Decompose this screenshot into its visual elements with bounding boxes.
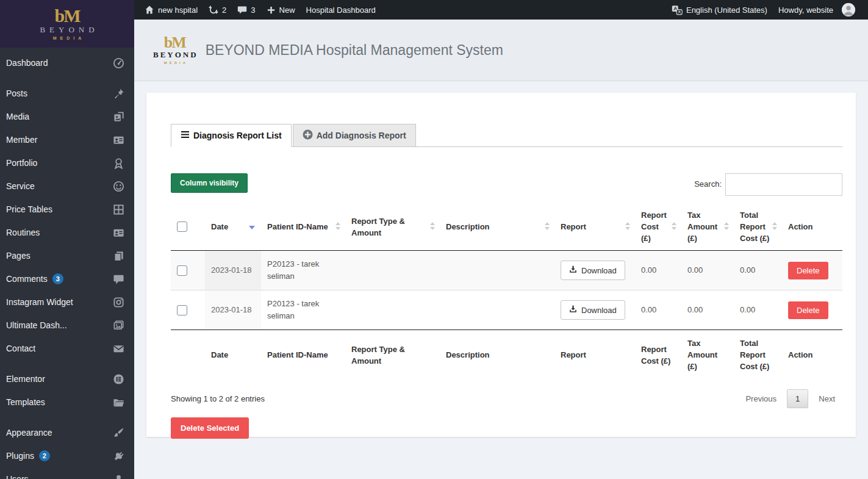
cell-report-cost: 0.00 bbox=[635, 251, 681, 290]
sidebar-item-contact[interactable]: Contact bbox=[0, 337, 134, 360]
avatar bbox=[842, 3, 855, 16]
table-row: 2023-01-18 P20123 - tarek seliman Downlo… bbox=[171, 290, 842, 330]
elementor-icon bbox=[113, 373, 124, 385]
sort-icon bbox=[335, 222, 340, 230]
column-visibility-button[interactable]: Column visibility bbox=[171, 173, 248, 193]
sidebar-item-instagram-widget[interactable]: Instagram Widget bbox=[0, 290, 134, 314]
tabs: Diagnosis Report List Add Diagnosis Repo… bbox=[171, 124, 842, 147]
cell-tax-amount: 0.00 bbox=[681, 251, 734, 290]
download-icon bbox=[569, 265, 577, 275]
header-tax-amount[interactable]: Tax Amount (£) bbox=[681, 203, 734, 251]
account-menu[interactable]: Howdy, website bbox=[773, 0, 861, 20]
page-banner: bM BEYOND MEDIA BEYOND MEDIA Hospital Ma… bbox=[134, 20, 868, 81]
header-total-report-cost[interactable]: Total Report Cost (£) bbox=[734, 203, 782, 251]
download-icon bbox=[569, 305, 577, 315]
site-menu[interactable]: new hspital bbox=[139, 0, 203, 20]
cell-description bbox=[440, 290, 554, 330]
sidebar-menu: Dashboard Posts Media Member Portfolio S… bbox=[0, 48, 134, 479]
delete-button[interactable]: Delete bbox=[788, 262, 828, 279]
previous-page-button[interactable]: Previous bbox=[738, 390, 784, 408]
footer-action: Action bbox=[782, 330, 842, 380]
cell-date: 2023-01-18 bbox=[205, 290, 261, 330]
tab-diagnosis-report-list[interactable]: Diagnosis Report List bbox=[171, 124, 292, 147]
table-footer: Showing 1 to 2 of 2 entries Previous 1 N… bbox=[171, 389, 842, 408]
sidebar-item-comments[interactable]: Comments 3 bbox=[0, 267, 134, 290]
download-button[interactable]: Download bbox=[561, 261, 625, 280]
sidebar-item-routines[interactable]: Routines bbox=[0, 221, 134, 244]
plugin-icon bbox=[113, 450, 124, 462]
envelope-icon bbox=[113, 343, 124, 355]
sidebar-item-templates[interactable]: Templates bbox=[0, 391, 134, 414]
header-report-type-amount[interactable]: Report Type & Amount bbox=[345, 203, 440, 251]
select-all-checkbox[interactable] bbox=[177, 221, 187, 232]
sidebar-item-service[interactable]: Service bbox=[0, 175, 134, 198]
delete-selected-button[interactable]: Delete Selected bbox=[171, 417, 249, 439]
language-switcher[interactable]: A English (United States) bbox=[666, 0, 773, 20]
award-icon bbox=[113, 157, 124, 169]
header-report[interactable]: Report bbox=[554, 203, 635, 251]
sidebar-item-media[interactable]: Media bbox=[0, 105, 134, 128]
sidebar-item-elementor[interactable]: Elementor bbox=[0, 367, 134, 391]
sidebar-logo[interactable]: bM BEYOND MEDIA bbox=[0, 0, 134, 48]
sidebar-item-price-tables[interactable]: Price Tables bbox=[0, 198, 134, 221]
table-row: 2023-01-18 P20123 - tarek seliman Downlo… bbox=[171, 251, 842, 290]
row-checkbox[interactable] bbox=[177, 265, 187, 276]
new-menu[interactable]: New bbox=[261, 0, 301, 20]
plus-circle-icon bbox=[303, 129, 313, 142]
pagination: Previous 1 Next bbox=[738, 389, 842, 408]
sidebar-item-appearance[interactable]: Appearance bbox=[0, 421, 134, 444]
table-toolbar: Column visibility Search: bbox=[171, 173, 842, 196]
table-header-row: Date Patient ID-Name Report Type & Amoun… bbox=[171, 203, 842, 251]
cell-patient: P20123 - tarek seliman bbox=[261, 251, 345, 290]
home-icon bbox=[145, 5, 154, 15]
sidebar-item-pages[interactable]: Pages bbox=[0, 244, 134, 267]
footer-report-cost: Report Cost (£) bbox=[635, 330, 681, 380]
translate-icon: A bbox=[672, 5, 683, 15]
sidebar-item-portfolio[interactable]: Portfolio bbox=[0, 151, 134, 175]
updates-count: 2 bbox=[222, 5, 226, 15]
diagnosis-report-table: Date Patient ID-Name Report Type & Amoun… bbox=[171, 203, 842, 380]
admin-bar-right: A English (United States) Howdy, website bbox=[666, 0, 861, 20]
current-page-button[interactable]: 1 bbox=[787, 389, 808, 408]
sort-descending-icon bbox=[249, 226, 255, 229]
search-input[interactable] bbox=[725, 173, 842, 196]
current-page-label[interactable]: Hospital Dashboard bbox=[301, 0, 381, 20]
footer-description: Description bbox=[440, 330, 554, 380]
sort-icon bbox=[625, 222, 630, 230]
main-content: Diagnosis Report List Add Diagnosis Repo… bbox=[134, 82, 868, 479]
tab-add-diagnosis-report[interactable]: Add Diagnosis Report bbox=[293, 124, 416, 147]
search-label: Search: bbox=[694, 173, 722, 190]
footer-date: Date bbox=[205, 330, 261, 380]
next-page-button[interactable]: Next bbox=[811, 390, 842, 408]
header-description[interactable]: Description bbox=[440, 203, 554, 251]
sidebar-item-dashboard[interactable]: Dashboard bbox=[0, 51, 134, 74]
dashboard-gauge-icon bbox=[113, 57, 124, 69]
plus-icon bbox=[267, 5, 276, 15]
sidebar-item-ultimate-dashboard[interactable]: Ultimate Dash... bbox=[0, 314, 134, 337]
beyond-media-logo: bM BEYOND MEDIA bbox=[151, 35, 198, 65]
footer-report: Report bbox=[554, 330, 635, 380]
sidebar-item-posts[interactable]: Posts bbox=[0, 82, 134, 105]
sidebar-item-plugins[interactable]: Plugins 2 bbox=[0, 444, 134, 467]
pushpin-icon bbox=[113, 88, 124, 99]
sort-icon bbox=[672, 222, 676, 230]
sidebar-item-users[interactable]: Users bbox=[0, 467, 134, 479]
download-button[interactable]: Download bbox=[561, 300, 625, 320]
id-card-icon bbox=[113, 227, 124, 239]
updates-menu[interactable]: 2 bbox=[203, 0, 232, 20]
sort-icon bbox=[545, 222, 550, 230]
header-report-cost[interactable]: Report Cost (£) bbox=[635, 203, 681, 251]
header-patient-id-name[interactable]: Patient ID-Name bbox=[261, 203, 345, 251]
sidebar-item-member[interactable]: Member bbox=[0, 128, 134, 151]
logo-text-media: MEDIA bbox=[49, 36, 85, 40]
row-checkbox[interactable] bbox=[177, 305, 187, 315]
delete-button[interactable]: Delete bbox=[788, 301, 828, 319]
cell-report-type bbox=[345, 290, 440, 330]
search-area: Search: bbox=[694, 173, 842, 196]
id-card-icon bbox=[113, 134, 124, 146]
table-info: Showing 1 to 2 of 2 entries bbox=[171, 394, 265, 403]
greeting-label: Howdy, website bbox=[778, 5, 833, 15]
header-date[interactable]: Date bbox=[205, 203, 261, 251]
footer-patient-id-name: Patient ID-Name bbox=[261, 330, 345, 380]
comments-menu[interactable]: 3 bbox=[232, 0, 260, 20]
